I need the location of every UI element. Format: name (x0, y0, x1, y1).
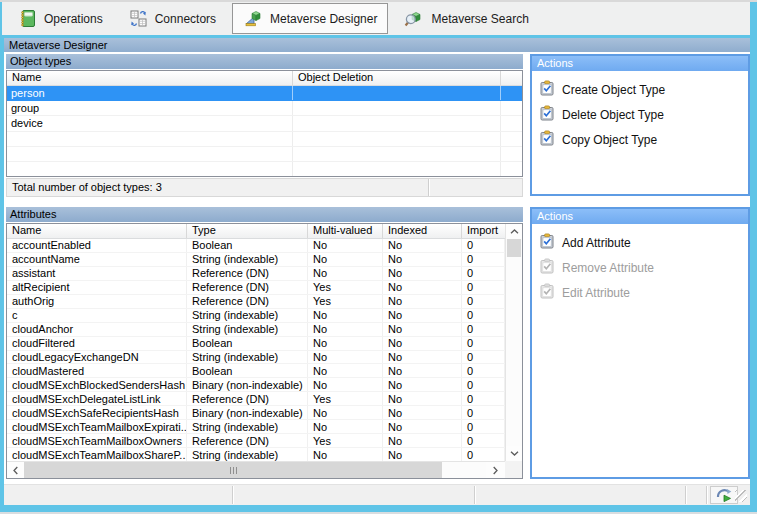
tab-operations[interactable]: Operations (8, 4, 113, 33)
object-type-deletion (293, 101, 501, 115)
attr-type: String (indexable) (187, 323, 308, 336)
table-row[interactable]: cloudAnchorString (indexable)NoNo0 (7, 323, 505, 337)
table-row-group[interactable]: group (7, 101, 522, 116)
delete-object-type-action[interactable]: Delete Object Type (532, 102, 748, 127)
action-label: Delete Object Type (562, 108, 664, 122)
table-row[interactable]: cloudMSExchTeamMailboxOwnersReference (D… (7, 434, 505, 448)
table-row[interactable]: altRecipientReference (DN)YesNo0 (7, 281, 505, 295)
resize-grip[interactable] (735, 490, 747, 502)
table-row-empty (7, 162, 522, 176)
table-row[interactable]: cloudLegacyExchangeDNString (indexable)N… (7, 351, 505, 365)
status-segment (4, 486, 233, 504)
toolbar-tabs: Operations Connectors (2, 2, 750, 35)
attr-type: Boolean (187, 337, 308, 350)
attr-indexed: No (383, 323, 462, 336)
column-header-multi-valued[interactable]: Multi-valued (308, 224, 383, 238)
attr-name: cloudFiltered (7, 337, 187, 350)
table-row[interactable]: authOrigReference (DN)YesNo0 (7, 295, 505, 309)
table-row-device[interactable]: device (7, 116, 522, 131)
column-header-name[interactable]: Name (7, 71, 293, 85)
tab-label: Operations (44, 12, 103, 26)
attr-import: 0 (462, 337, 505, 350)
tasks-icon (539, 233, 555, 252)
attr-type: String (indexable) (187, 309, 308, 322)
attr-indexed: No (383, 420, 462, 433)
scrollbar-corner (505, 461, 522, 478)
tasks-icon (539, 130, 555, 149)
tab-label: Metaverse Search (431, 12, 528, 26)
table-row[interactable]: cloudMSExchTeamMailboxShareP...String (i… (7, 448, 505, 461)
tasks-icon (539, 80, 555, 99)
scroll-down-button[interactable] (506, 446, 522, 461)
scroll-up-button[interactable] (506, 224, 522, 239)
operations-icon (18, 9, 37, 28)
attr-import: 0 (462, 295, 505, 308)
horizontal-scroll-thumb[interactable] (24, 462, 442, 478)
attr-import: 0 (462, 309, 505, 322)
attr-multi: Yes (308, 434, 383, 447)
column-header-type[interactable]: Type (187, 224, 308, 238)
table-row[interactable]: cloudMSExchBlockedSendersHashBinary (non… (7, 378, 505, 392)
table-row-person[interactable]: person (7, 86, 522, 101)
status-segment (686, 486, 707, 504)
table-row[interactable]: cloudMSExchTeamMailboxExpirati...String … (7, 420, 505, 434)
attributes-section-header: Attributes (6, 207, 523, 222)
tab-metaverse-designer[interactable]: Metaverse Designer (232, 3, 388, 34)
action-label: Copy Object Type (562, 133, 657, 147)
table-row[interactable]: cloudMSExchDelegateListLinkReference (DN… (7, 392, 505, 406)
actions-panel-header: Actions (532, 56, 748, 71)
column-header-name[interactable]: Name (7, 224, 187, 238)
action-label: Remove Attribute (562, 261, 654, 275)
object-type-name: person (7, 86, 293, 100)
status-segment (233, 486, 475, 504)
attr-indexed: No (383, 267, 462, 280)
vertical-scroll-thumb[interactable] (507, 239, 521, 257)
attr-name: authOrig (7, 295, 187, 308)
attr-name: cloudAnchor (7, 323, 187, 336)
attr-type: String (indexable) (187, 420, 308, 433)
add-attribute-action[interactable]: Add Attribute (532, 230, 748, 255)
table-row[interactable]: cString (indexable)NoNo0 (7, 309, 505, 323)
attr-name: accountEnabled (7, 239, 187, 252)
object-types-count: Total number of object types: 3 (12, 181, 162, 193)
table-row[interactable]: accountEnabledBooleanNoNo0 (7, 239, 505, 253)
attr-type: Reference (DN) (187, 281, 308, 294)
table-row[interactable]: cloudFilteredBooleanNoNo0 (7, 337, 505, 351)
attr-name: cloudMSExchSafeRecipientsHash (7, 406, 187, 419)
horizontal-scrollbar (7, 461, 505, 478)
column-header-filler (501, 71, 522, 85)
copy-object-type-action[interactable]: Copy Object Type (532, 127, 748, 152)
attr-type: Boolean (187, 364, 308, 377)
object-types-table: Name Object Deletion person group device (6, 70, 523, 177)
tab-connectors[interactable]: Connectors (119, 4, 226, 33)
metaverse-designer-pane: Metaverse Designer Object types Name Obj… (4, 38, 750, 505)
scroll-left-button[interactable] (7, 462, 24, 478)
table-row[interactable]: accountNameString (indexable)NoNo0 (7, 253, 505, 267)
attr-indexed: No (383, 434, 462, 447)
attr-name: cloudMSExchDelegateListLink (7, 392, 187, 405)
column-header-indexed[interactable]: Indexed (383, 224, 462, 238)
attr-multi: No (308, 323, 383, 336)
attr-import: 0 (462, 351, 505, 364)
object-types-column-headers: Name Object Deletion (7, 71, 522, 86)
status-segment (475, 486, 686, 504)
tab-metaverse-search[interactable]: Metaverse Search (394, 4, 538, 33)
connectors-icon (129, 9, 148, 28)
scroll-right-button[interactable] (486, 462, 505, 478)
attr-type: String (indexable) (187, 448, 308, 461)
tab-label: Metaverse Designer (270, 12, 377, 26)
create-object-type-action[interactable]: Create Object Type (532, 77, 748, 102)
attr-multi: No (308, 267, 383, 280)
attr-name: cloudMastered (7, 364, 187, 377)
attr-multi: No (308, 448, 383, 461)
attr-import: 0 (462, 378, 505, 391)
column-header-import[interactable]: Import (462, 224, 505, 238)
table-row[interactable]: cloudMasteredBooleanNoNo0 (7, 364, 505, 378)
vertical-scroll-track (506, 257, 522, 446)
table-row[interactable]: assistantReference (DN)NoNo0 (7, 267, 505, 281)
attr-multi: No (308, 239, 383, 252)
table-row[interactable]: cloudMSExchSafeRecipientsHashBinary (non… (7, 406, 505, 420)
window-status-bar (4, 484, 750, 505)
attr-import: 0 (462, 392, 505, 405)
column-header-object-deletion[interactable]: Object Deletion (293, 71, 501, 85)
